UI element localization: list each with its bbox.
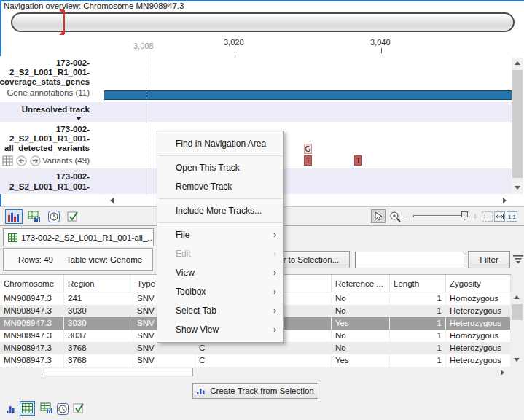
scrollbar-thumb[interactable] bbox=[44, 368, 193, 376]
ruler-tick-mark bbox=[235, 48, 235, 53]
scrollbar-thumb[interactable] bbox=[512, 304, 523, 320]
cell: 1 bbox=[390, 305, 446, 317]
table-row[interactable]: MN908947.33768SNVCYes1Heterozygous bbox=[0, 354, 511, 367]
track-label: Unresolved track bbox=[22, 105, 90, 114]
table-horizontal-scrollbar[interactable] bbox=[0, 367, 511, 377]
menu-item-view[interactable]: View› bbox=[157, 263, 283, 282]
funnel-filter-icon[interactable] bbox=[513, 254, 523, 264]
menu-item-find-in-navigation-area[interactable]: Find in Navigation Area bbox=[157, 134, 283, 153]
variant-base-g[interactable]: G bbox=[304, 144, 312, 154]
menu-item-label: File bbox=[176, 230, 189, 240]
selection-zoom-icon bbox=[482, 211, 493, 222]
zoom-in-plus-icon[interactable]: + bbox=[472, 211, 478, 222]
cell: 241 bbox=[64, 292, 133, 305]
scroll-right-icon[interactable] bbox=[496, 367, 508, 378]
tracks-vertical-scrollbar[interactable] bbox=[512, 58, 523, 194]
scroll-left-icon[interactable] bbox=[106, 195, 117, 206]
nav-position-marker-bottom bbox=[59, 30, 64, 35]
cell: Homozygous bbox=[446, 292, 511, 305]
track-label-line: coverage_stats_genes bbox=[0, 77, 90, 86]
table-icon bbox=[8, 233, 17, 242]
bar-chart-icon bbox=[197, 387, 206, 395]
col-header-zygosity[interactable]: Zygosity bbox=[446, 275, 511, 292]
menu-item-toolbox[interactable]: Toolbox› bbox=[157, 282, 283, 301]
menu-item-label: Select Tab bbox=[176, 306, 216, 316]
menu-item-include-more-tracks[interactable]: Include More Tracks... bbox=[157, 201, 283, 220]
zoom-out-minus-icon[interactable]: − bbox=[402, 211, 408, 222]
validate-check-icon[interactable] bbox=[66, 210, 80, 223]
ruler-tick-mark bbox=[381, 48, 382, 53]
table-view-icon-selected[interactable] bbox=[20, 401, 35, 416]
col-header-length[interactable]: Length bbox=[390, 275, 446, 292]
cell: 1 bbox=[390, 330, 446, 342]
table-vertical-scrollbar[interactable] bbox=[511, 292, 523, 366]
cell: MN908947.3 bbox=[0, 342, 64, 354]
variant-base-t[interactable]: T bbox=[304, 155, 312, 166]
scroll-up-icon[interactable] bbox=[512, 58, 523, 69]
col-header-reference[interactable]: Reference ... bbox=[332, 275, 390, 292]
cell: No bbox=[332, 330, 390, 342]
menu-item-select-tab[interactable]: Select Tab› bbox=[157, 301, 283, 320]
scroll-down-icon[interactable] bbox=[511, 354, 523, 365]
gene-annotation-bar[interactable] bbox=[104, 90, 512, 100]
one-to-one-zoom-icon[interactable]: 1:1 bbox=[507, 211, 517, 222]
cell: MN908947.3 bbox=[0, 354, 64, 367]
validate-check-icon[interactable] bbox=[72, 402, 86, 414]
zoom-slider[interactable] bbox=[413, 215, 466, 217]
table-row[interactable]: MN908947.33768SNVCNo1Heterozygous bbox=[0, 342, 511, 354]
create-track-from-selection-button[interactable]: Create Track from Selection bbox=[192, 383, 318, 399]
table-view-mode-icon[interactable] bbox=[26, 209, 42, 224]
scroll-down-icon[interactable] bbox=[512, 182, 523, 193]
col-header-region[interactable]: Region bbox=[64, 275, 133, 292]
navigation-overview-slider[interactable] bbox=[11, 12, 515, 32]
circle-arrow-right-icon[interactable] bbox=[30, 155, 41, 166]
cell: SNV bbox=[133, 342, 195, 354]
filter-button[interactable]: Filter bbox=[468, 251, 510, 268]
filter-search-input[interactable] bbox=[355, 252, 464, 268]
cell: 1 bbox=[390, 292, 446, 305]
scrollbar-thumb[interactable] bbox=[512, 70, 523, 178]
zoom-in-magnifier-icon[interactable] bbox=[388, 209, 402, 223]
variant-base-t[interactable]: T bbox=[354, 155, 362, 166]
cell: 3768 bbox=[64, 342, 133, 354]
expand-triangle-icon[interactable] bbox=[76, 117, 82, 120]
track-subtitle: Variants (49) bbox=[42, 156, 90, 165]
menu-item-remove-track[interactable]: Remove Track bbox=[157, 177, 283, 196]
track-label-line: 173-002- bbox=[56, 172, 90, 181]
menu-item-show-view[interactable]: Show View› bbox=[157, 320, 283, 339]
menu-item-label: Edit bbox=[176, 249, 191, 259]
track-view-mode-icon[interactable] bbox=[5, 209, 23, 224]
cell: 1 bbox=[390, 354, 446, 367]
chevron-right-icon: › bbox=[273, 225, 276, 244]
table-chart-view-icon[interactable] bbox=[39, 402, 54, 415]
cell: Yes bbox=[332, 354, 390, 367]
menu-separator bbox=[159, 155, 282, 156]
menu-item-file[interactable]: File› bbox=[157, 225, 283, 244]
menu-separator bbox=[159, 198, 282, 199]
cell: Heterozygous bbox=[446, 354, 511, 367]
cell: C bbox=[195, 342, 332, 354]
cell: 3768 bbox=[64, 354, 133, 367]
cell: C bbox=[195, 354, 332, 367]
tab-variant-table[interactable]: 173-002-2_S2_L001_R1_001-all_... bbox=[3, 228, 154, 246]
track-view-icon[interactable] bbox=[5, 403, 17, 414]
menu-item-label: Toolbox bbox=[176, 287, 206, 297]
fit-width-icon[interactable] bbox=[494, 211, 505, 222]
circle-arrow-left-icon[interactable] bbox=[16, 155, 27, 166]
scroll-right-icon[interactable] bbox=[498, 195, 510, 206]
chevron-right-icon: › bbox=[273, 282, 276, 301]
cell: No bbox=[332, 342, 390, 354]
cell: Heterozygous bbox=[446, 342, 511, 354]
history-clock-icon[interactable] bbox=[56, 402, 69, 415]
cursor-arrow-icon[interactable] bbox=[371, 209, 386, 223]
history-clock-icon[interactable] bbox=[47, 210, 61, 223]
cell: Homozygous bbox=[446, 330, 511, 342]
track-unresolved[interactable]: Unresolved track bbox=[0, 102, 512, 122]
grid-icon[interactable] bbox=[2, 155, 13, 166]
cell: No bbox=[332, 292, 390, 305]
cell: SNV bbox=[133, 354, 195, 367]
col-header-chromosome[interactable]: Chromosome bbox=[0, 275, 64, 292]
scroll-up-icon[interactable] bbox=[511, 292, 523, 303]
menu-item-open-this-track[interactable]: Open This Track bbox=[157, 158, 283, 177]
context-menu: Find in Navigation Area Open This Track … bbox=[157, 131, 284, 343]
